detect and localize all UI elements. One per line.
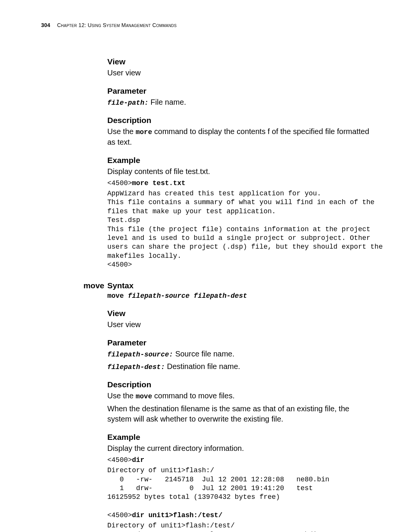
spacer xyxy=(107,503,370,510)
example-output-2: Directory of unit1>flash:/test/ 0 drw- 0… xyxy=(107,521,370,532)
param-name: filepath-source: xyxy=(107,351,173,358)
parameter-line: filepath-source: Source file name. xyxy=(107,349,370,359)
chapter-title: Chapter 12: Using System Management Comm… xyxy=(57,22,177,28)
section-heading-view: View xyxy=(107,57,370,66)
param-desc: Source file name. xyxy=(173,350,234,358)
desc-pre: Use the xyxy=(107,127,135,136)
param-name: file-path: xyxy=(107,99,148,107)
syntax-args: filepath-source filepath-dest xyxy=(128,292,247,300)
example-output: AppWizard has created this test applicat… xyxy=(107,189,370,270)
param-desc: File name. xyxy=(148,98,186,106)
prompt: <4500> xyxy=(107,179,132,187)
prompt: <4500> xyxy=(107,456,132,464)
example-cmd: dir unit1>flash:/test/ xyxy=(132,511,223,519)
description-text-2: When the destination filename is the sam… xyxy=(107,404,370,424)
prompt: <4500> xyxy=(107,511,132,519)
page-number: 304 xyxy=(41,22,50,28)
parameter-line: file-path: File name. xyxy=(107,97,370,107)
side-label-move: move xyxy=(80,281,104,290)
section-heading-description: Description xyxy=(107,116,370,125)
description-text: Use the more command to display the cont… xyxy=(107,126,370,147)
section-heading-parameter: Parameter xyxy=(107,86,370,96)
description-text: Use the move command to move files. xyxy=(107,391,370,401)
example-intro: Display contents of file test.txt. xyxy=(107,166,370,177)
parameter-line: filepath-dest: Destination file name. xyxy=(107,361,370,372)
example-cmd: dir xyxy=(132,456,144,464)
desc-pre: Use the xyxy=(107,391,135,400)
section-heading-syntax: Syntax xyxy=(107,281,370,290)
running-header: 304 Chapter 12: Using System Management … xyxy=(41,22,370,28)
view-text: User view xyxy=(107,68,370,78)
example-block: <4500>more test.txt xyxy=(107,179,370,188)
content: View User view Parameter file-path: File… xyxy=(107,49,370,532)
param-desc: Destination file name. xyxy=(165,362,240,371)
desc-cmd: move xyxy=(135,393,152,400)
param-name: filepath-dest: xyxy=(107,363,165,371)
syntax-line: move filepath-source filepath-dest xyxy=(107,292,370,300)
example-block-2: <4500>dir unit1>flash:/test/ xyxy=(107,511,370,520)
move-section: move Syntax xyxy=(107,281,370,290)
desc-post: command to move files. xyxy=(152,391,235,400)
section-heading-parameter: Parameter xyxy=(107,338,370,347)
desc-cmd: more xyxy=(135,128,152,136)
example-intro: Display the current directory informatio… xyxy=(107,443,370,454)
section-heading-description: Description xyxy=(107,380,370,389)
syntax-cmd: move xyxy=(107,292,128,300)
section-heading-view: View xyxy=(107,309,370,318)
example-block-1: <4500>dir xyxy=(107,456,370,465)
section-heading-example: Example xyxy=(107,156,370,165)
view-text: User view xyxy=(107,320,370,330)
section-heading-example: Example xyxy=(107,433,370,442)
example-cmd: more test.txt xyxy=(132,179,185,187)
example-output-1: Directory of unit1>flash:/ 0 -rw- 214571… xyxy=(107,466,370,502)
page: 304 Chapter 12: Using System Management … xyxy=(0,0,411,532)
